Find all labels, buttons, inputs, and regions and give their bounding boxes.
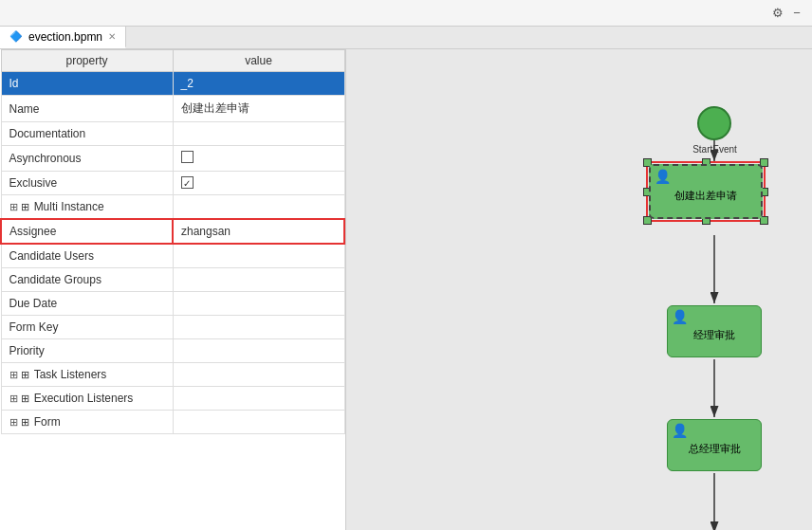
checkbox-unchecked-3[interactable] (181, 151, 194, 163)
task1-node[interactable]: 👤 创建出差申请 (649, 164, 763, 219)
prop-value-7 (173, 244, 344, 268)
property-row-asynchronous[interactable]: Asynchronous (1, 146, 344, 172)
prop-value-13 (173, 387, 344, 411)
prop-name-3: Asynchronous (1, 146, 173, 172)
task2-node[interactable]: 👤 经理审批 (667, 305, 762, 357)
property-row-candidate-users[interactable]: Candidate Users (1, 244, 344, 268)
minus-icon[interactable]: − (789, 6, 804, 21)
start-event-node[interactable] (697, 106, 731, 140)
property-row-documentation[interactable]: Documentation (1, 122, 344, 146)
prop-name-11: Priority (1, 339, 173, 363)
prop-value-10 (173, 316, 344, 339)
start-event-label: StartEvent (684, 144, 746, 155)
property-row-name[interactable]: Name创建出差申请 (1, 96, 344, 122)
task3-node[interactable]: 👤 总经理审批 (667, 419, 762, 471)
gear-icon[interactable]: ⚙ (770, 6, 785, 21)
prop-value-8 (173, 268, 344, 292)
property-row-form[interactable]: ⊞ Form (1, 411, 344, 434)
property-table: property value Id_2Name创建出差申请Documentati… (0, 49, 345, 434)
prop-value-3 (173, 146, 344, 172)
prop-name-6: Assignee (1, 219, 173, 244)
prop-value-2 (173, 122, 344, 146)
tab-bar: 🔷 evection.bpmn ✕ (0, 27, 812, 49)
col-value-header: value (173, 50, 344, 72)
prop-value-11 (173, 339, 344, 363)
prop-name-10: Form Key (1, 316, 173, 339)
prop-name-5: ⊞ Multi Instance (1, 195, 173, 220)
prop-value-9 (173, 292, 344, 316)
property-row-due-date[interactable]: Due Date (1, 292, 344, 316)
prop-value-0: _2 (173, 72, 344, 96)
task2-person-icon: 👤 (672, 309, 688, 324)
tab-file-icon: 🔷 (9, 30, 23, 43)
checkbox-checked-4[interactable]: ✓ (181, 176, 194, 189)
top-bar: ⚙ − (0, 0, 812, 27)
prop-name-9: Due Date (1, 292, 173, 316)
prop-value-4: ✓ (173, 172, 344, 195)
prop-value-6: zhangsan (173, 219, 344, 244)
prop-name-13: ⊞ Execution Listeners (1, 387, 173, 411)
prop-name-8: Candidate Groups (1, 268, 173, 292)
properties-panel: property value Id_2Name创建出差申请Documentati… (0, 49, 346, 530)
prop-name-0: Id (1, 72, 173, 96)
expand-icon-5[interactable]: ⊞ (21, 201, 32, 212)
property-row-task-listeners[interactable]: ⊞ Task Listeners (1, 363, 344, 387)
property-row-multi-instance[interactable]: ⊞ Multi Instance (1, 195, 344, 220)
task3-label: 总经理审批 (689, 442, 741, 456)
diagram-panel: StartEvent 👤 创建出差申请 👤 经理审批 (346, 49, 812, 530)
property-row-candidate-groups[interactable]: Candidate Groups (1, 268, 344, 292)
prop-name-4: Exclusive (1, 172, 173, 195)
prop-name-2: Documentation (1, 122, 173, 146)
expand-icon-12[interactable]: ⊞ (21, 369, 32, 380)
property-row-exclusive[interactable]: Exclusive✓ (1, 172, 344, 195)
tab-evection[interactable]: 🔷 evection.bpmn ✕ (0, 27, 126, 48)
tab-close-button[interactable]: ✕ (108, 31, 116, 42)
expand-icon-14[interactable]: ⊞ (21, 416, 32, 428)
main-content: property value Id_2Name创建出差申请Documentati… (0, 49, 812, 530)
property-row-assignee[interactable]: Assigneezhangsan (1, 219, 344, 244)
diagram-canvas: StartEvent 👤 创建出差申请 👤 经理审批 (346, 49, 812, 530)
task1-label: 创建出差申请 (674, 189, 737, 203)
property-row-execution-listeners[interactable]: ⊞ Execution Listeners (1, 387, 344, 411)
task3-person-icon: 👤 (672, 423, 688, 438)
expand-icon-13[interactable]: ⊞ (21, 393, 32, 404)
prop-value-1: 创建出差申请 (173, 96, 344, 122)
prop-value-14 (173, 411, 344, 434)
prop-value-12 (173, 363, 344, 387)
property-row-priority[interactable]: Priority (1, 339, 344, 363)
tab-label: evection.bpmn (28, 30, 102, 44)
property-row-id[interactable]: Id_2 (1, 72, 344, 96)
prop-name-12: ⊞ Task Listeners (1, 363, 173, 387)
prop-name-1: Name (1, 96, 173, 122)
prop-name-7: Candidate Users (1, 244, 173, 268)
task2-label: 经理审批 (693, 328, 735, 342)
prop-name-14: ⊞ Form (1, 411, 173, 434)
property-row-form-key[interactable]: Form Key (1, 316, 344, 339)
task1-person-icon: 👤 (655, 169, 671, 184)
prop-value-5 (173, 195, 344, 220)
task1-selection-border: 👤 创建出差申请 (646, 161, 766, 222)
col-property-header: property (1, 50, 173, 72)
